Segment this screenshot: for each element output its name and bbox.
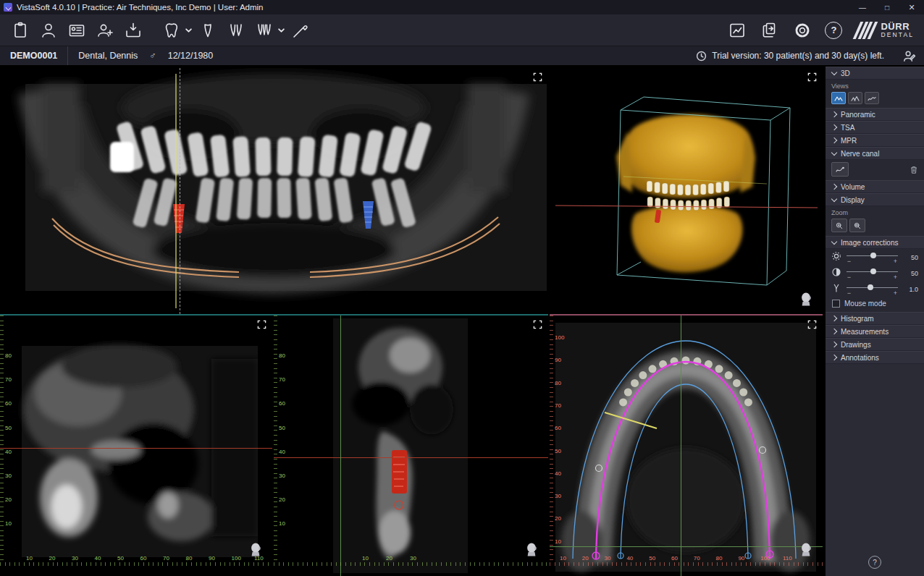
fullscreen-icon[interactable] bbox=[533, 320, 542, 329]
duerr-dental-logo: DÜRR DENTAL bbox=[857, 22, 914, 39]
chevron-down-icon[interactable] bbox=[185, 27, 192, 33]
brightness-icon bbox=[831, 251, 842, 262]
probe-pen-icon bbox=[291, 21, 310, 40]
section-tsa[interactable]: TSA bbox=[826, 121, 924, 134]
gamma-slider[interactable] bbox=[845, 284, 899, 291]
brightness-slider[interactable] bbox=[845, 252, 899, 259]
clipboard-icon bbox=[11, 21, 30, 40]
section-display[interactable]: Display bbox=[826, 193, 924, 206]
report-image-icon bbox=[728, 21, 747, 40]
trial-notice: Trial version: 30 patient(s) and 30 day(… bbox=[712, 51, 884, 61]
sagittal-slice-image bbox=[0, 315, 272, 576]
fullscreen-icon[interactable] bbox=[533, 72, 542, 82]
coronal-plane-line[interactable] bbox=[550, 546, 823, 547]
titlebar: VistaSoft 4.0.10 | Practice: Air Techniq… bbox=[0, 0, 924, 14]
fullscreen-icon[interactable] bbox=[807, 72, 817, 82]
view-preset-1-button[interactable] bbox=[831, 92, 846, 104]
zoom-in-button[interactable] bbox=[831, 219, 847, 232]
chevron-right-icon bbox=[831, 341, 837, 347]
main-toolbar: ? DÜRR DENTAL bbox=[0, 14, 924, 46]
delete-nerve-button[interactable] bbox=[910, 165, 918, 174]
root-double-button[interactable] bbox=[223, 17, 249, 43]
edit-user-button[interactable] bbox=[898, 49, 920, 63]
contrast-increase-button[interactable]: + bbox=[892, 275, 899, 280]
export-button[interactable] bbox=[757, 17, 783, 43]
trash-icon bbox=[910, 165, 918, 174]
close-button[interactable]: ✕ bbox=[899, 0, 924, 14]
section-drawings[interactable]: Drawings bbox=[826, 338, 924, 351]
patient-birthdate: 12/12/1980 bbox=[162, 51, 219, 61]
logo-stripes-icon bbox=[857, 22, 875, 39]
chevron-right-icon bbox=[831, 315, 837, 321]
view-preset-3-button[interactable] bbox=[865, 92, 879, 104]
section-histogram[interactable]: Histogram bbox=[826, 312, 924, 325]
viewport-axial[interactable]: 100908070605040302010 102030405060708090… bbox=[550, 315, 823, 576]
fullscreen-icon[interactable] bbox=[257, 320, 266, 329]
chevron-down-icon[interactable] bbox=[278, 27, 285, 33]
axial-plane-line[interactable] bbox=[274, 457, 548, 458]
settings-button[interactable] bbox=[789, 17, 815, 43]
section-volume[interactable]: Volume bbox=[826, 180, 924, 193]
mouse-mode-checkbox[interactable] bbox=[832, 300, 840, 308]
pano-dashed-cursor-line[interactable] bbox=[180, 68, 180, 314]
help-button[interactable]: ? bbox=[825, 22, 842, 39]
section-image-corrections[interactable]: Image corrections bbox=[826, 236, 924, 249]
tooth-tool-button[interactable] bbox=[159, 17, 185, 43]
section-mpr[interactable]: MPR bbox=[826, 134, 924, 147]
viewport-sagittal[interactable]: 8070605040302010 10203040506070809010011… bbox=[0, 315, 272, 576]
patient-card-button[interactable] bbox=[64, 17, 90, 43]
patient-id[interactable]: DEMO0001 bbox=[0, 46, 68, 65]
clipboard-button[interactable] bbox=[7, 17, 33, 43]
contrast-slider[interactable] bbox=[845, 268, 899, 275]
section-label: Histogram bbox=[841, 315, 874, 323]
root-single-button[interactable] bbox=[195, 17, 221, 43]
import-button[interactable] bbox=[120, 17, 146, 43]
brightness-decrease-button[interactable]: − bbox=[846, 259, 852, 264]
metal-crown bbox=[110, 142, 134, 172]
fullscreen-icon[interactable] bbox=[807, 320, 817, 329]
viewport-panoramic[interactable] bbox=[0, 68, 548, 315]
section-panoramic[interactable]: Panoramic bbox=[826, 108, 924, 121]
viewport-3d[interactable] bbox=[550, 68, 823, 315]
sagittal-plane-line[interactable] bbox=[681, 315, 681, 576]
maximize-button[interactable]: □ bbox=[875, 0, 899, 14]
section-label: 3D bbox=[841, 69, 850, 77]
viewport-cross-section[interactable]: 8070605040302010 102030 bbox=[274, 315, 548, 576]
root-single-icon bbox=[198, 21, 217, 40]
orientation-head-icon[interactable] bbox=[525, 542, 538, 557]
chevron-down-icon bbox=[831, 69, 837, 75]
report-button[interactable] bbox=[724, 17, 750, 43]
section-3d[interactable]: 3D bbox=[826, 67, 924, 80]
section-label: MPR bbox=[841, 137, 857, 145]
zoom-fit-button[interactable] bbox=[849, 219, 865, 232]
orientation-head-icon[interactable] bbox=[799, 542, 812, 557]
section-measurements[interactable]: Measurements bbox=[826, 325, 924, 338]
slice-position-line[interactable] bbox=[340, 315, 341, 576]
trial-info: Trial version: 30 patient(s) and 30 day(… bbox=[696, 49, 924, 63]
add-patient-icon bbox=[96, 21, 114, 40]
gamma-decrease-button[interactable]: − bbox=[846, 291, 852, 296]
add-patient-button[interactable] bbox=[92, 17, 118, 43]
contrast-decrease-button[interactable]: − bbox=[846, 275, 852, 280]
help-icon[interactable]: ? bbox=[868, 556, 881, 569]
gamma-control: − + 1.0 bbox=[826, 281, 924, 297]
orientation-head-icon[interactable] bbox=[249, 542, 262, 557]
root-triple-button[interactable] bbox=[251, 17, 277, 43]
section-label: Volume bbox=[841, 183, 865, 191]
patient-button[interactable] bbox=[35, 17, 62, 43]
axial-plane-line[interactable] bbox=[0, 448, 272, 449]
brightness-increase-button[interactable]: + bbox=[892, 259, 899, 264]
minimize-button[interactable]: — bbox=[850, 0, 875, 14]
gear-icon bbox=[793, 21, 812, 40]
section-label: Drawings bbox=[841, 341, 871, 349]
probe-button[interactable] bbox=[287, 17, 314, 43]
section-annotations[interactable]: Annotations bbox=[826, 351, 924, 364]
gamma-increase-button[interactable]: + bbox=[892, 291, 899, 296]
section-nerve-canal[interactable]: Nerve canal bbox=[826, 147, 924, 160]
view-preset-2-button[interactable] bbox=[848, 92, 862, 104]
draw-nerve-button[interactable] bbox=[831, 162, 849, 177]
contrast-icon bbox=[831, 267, 842, 278]
chevron-right-icon bbox=[831, 124, 837, 130]
trial-clock-icon bbox=[696, 51, 707, 62]
orientation-head-icon[interactable] bbox=[799, 292, 812, 307]
